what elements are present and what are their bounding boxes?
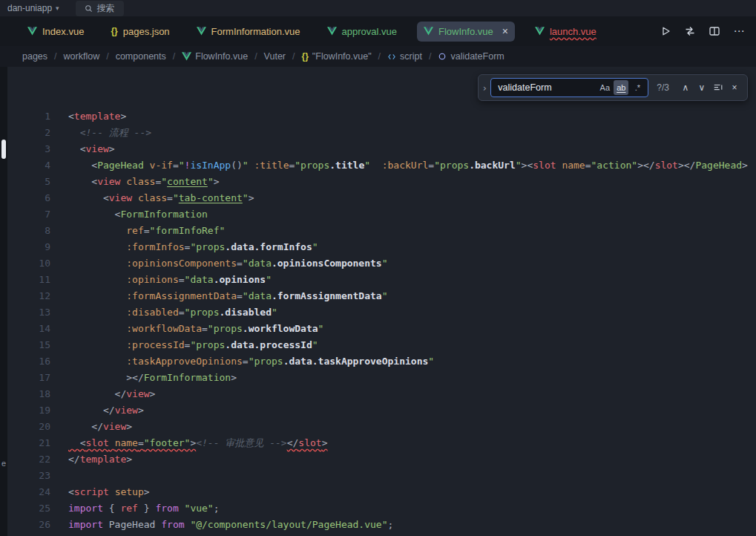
global-search[interactable]: 搜索 bbox=[76, 1, 124, 16]
editor[interactable]: e 1<template>2 <!-- 流程 -->3 <view>4 <Pag… bbox=[0, 67, 756, 536]
tab-label: launch.vue bbox=[550, 26, 596, 37]
tab-flowinfo-vue[interactable]: FlowInfo.vue× bbox=[417, 22, 515, 42]
tab-index-vue[interactable]: Index.vue bbox=[21, 22, 91, 42]
line-number: 6 bbox=[7, 190, 50, 206]
code-line[interactable]: 11 :opinions="data.opinions" bbox=[7, 272, 756, 288]
tab-label: approval.vue bbox=[342, 26, 397, 37]
split-editor-button[interactable] bbox=[708, 24, 721, 38]
find-input-box: Aa ab .* bbox=[490, 78, 648, 97]
code-line[interactable]: 8 ref="formInfoRef" bbox=[7, 223, 756, 239]
line-content: ></FormInformation> bbox=[50, 370, 237, 386]
code-line[interactable]: 26import PageHead from "@/components/lay… bbox=[7, 517, 756, 533]
code-line[interactable]: 10 :opinionsComponents="data.opinionsCom… bbox=[7, 255, 756, 272]
breadcrumb-item[interactable]: Vuter bbox=[264, 51, 286, 62]
previous-match-button[interactable]: ∧ bbox=[677, 79, 694, 96]
chevron-down-icon: ▾ bbox=[56, 4, 59, 12]
tab-label: FormInformation.vue bbox=[211, 26, 300, 37]
line-number: 17 bbox=[7, 370, 50, 386]
breadcrumb-item[interactable]: {}"FlowInfo.vue" bbox=[302, 51, 372, 62]
code-line[interactable]: 18 </view> bbox=[7, 386, 756, 402]
code-line[interactable]: 6 <view class="tab-content"> bbox=[7, 190, 756, 206]
sidebar-partial-text: e bbox=[1, 459, 6, 468]
search-icon bbox=[85, 4, 93, 13]
run-icon bbox=[660, 25, 671, 37]
line-number: 8 bbox=[7, 223, 50, 239]
code-line[interactable]: 24<script setup> bbox=[7, 484, 756, 500]
code-line[interactable]: 14 :workflowData="props.workflowData" bbox=[7, 321, 756, 337]
line-number: 9 bbox=[7, 239, 50, 255]
code-line[interactable]: 5 <view class="content"> bbox=[7, 174, 756, 190]
code-line[interactable]: 22</template> bbox=[7, 451, 756, 468]
code-line[interactable]: 7 <FormInformation bbox=[7, 206, 756, 223]
line-content: </view> bbox=[50, 419, 132, 435]
project-menu[interactable]: dan-uniapp ▾ bbox=[7, 3, 59, 13]
project-name: dan-uniapp bbox=[7, 3, 52, 13]
more-actions-button[interactable]: ⋯ bbox=[732, 24, 746, 38]
code-line[interactable]: 21 <slot name="footer"><!-- 审批意见 --></sl… bbox=[7, 435, 756, 451]
code-line[interactable]: 16 :taskApproveOpinions="props.data.task… bbox=[7, 353, 756, 370]
regex-button[interactable]: .* bbox=[630, 80, 645, 95]
vue-icon bbox=[182, 52, 191, 61]
code-area[interactable]: 1<template>2 <!-- 流程 -->3 <view>4 <PageH… bbox=[7, 67, 756, 536]
toggle-replace-button[interactable]: › bbox=[479, 75, 490, 100]
whole-word-button[interactable]: ab bbox=[614, 80, 628, 95]
line-number: 4 bbox=[7, 157, 50, 174]
code-line[interactable]: 19 </view> bbox=[7, 402, 756, 419]
code-line[interactable]: 25import { ref } from "vue"; bbox=[7, 500, 756, 517]
breadcrumb-separator: / bbox=[429, 51, 431, 62]
code-line[interactable]: 17 ></FormInformation> bbox=[7, 370, 756, 386]
code-line[interactable]: 12 :formAssignmentData="data.formAssignm… bbox=[7, 288, 756, 304]
line-number: 16 bbox=[7, 353, 50, 370]
ide-window: dan-uniapp ▾ 搜索 Index.vue{}pages.jsonFor… bbox=[0, 0, 756, 536]
code-line[interactable]: 13 :disabled="props.disabled" bbox=[7, 304, 756, 321]
line-content: <script setup> bbox=[50, 484, 150, 500]
next-match-button[interactable]: ∨ bbox=[694, 79, 710, 96]
line-content: :opinions="data.opinions" bbox=[50, 272, 272, 288]
code-line[interactable]: 2 <!-- 流程 --> bbox=[7, 125, 756, 141]
breadcrumb-label: validateForm bbox=[450, 51, 504, 62]
code-line[interactable]: 4 <PageHead v-if="!isInApp()" :title="pr… bbox=[7, 157, 756, 174]
compare-changes-icon bbox=[684, 25, 696, 37]
code-line[interactable]: 1<template> bbox=[7, 108, 756, 125]
breadcrumb-item[interactable]: pages bbox=[22, 51, 47, 62]
code-line[interactable]: 15 :processId="props.data.processId" bbox=[7, 337, 756, 353]
vue-icon bbox=[327, 27, 337, 36]
line-content: :workflowData="props.workflowData" bbox=[50, 321, 323, 337]
line-number: 14 bbox=[7, 321, 50, 337]
breadcrumb-item[interactable]: components bbox=[116, 51, 166, 62]
line-content: </view> bbox=[50, 402, 144, 419]
tab-pages-json[interactable]: {}pages.json bbox=[104, 22, 176, 42]
close-find-button[interactable]: × bbox=[726, 79, 743, 96]
line-content: <!-- 流程 --> bbox=[50, 125, 151, 141]
compare-changes-button[interactable] bbox=[683, 24, 697, 38]
sidebar-strip[interactable]: e bbox=[0, 67, 7, 536]
line-content: <view> bbox=[50, 141, 115, 157]
code-line[interactable]: 3 <view> bbox=[7, 141, 756, 157]
vue-icon bbox=[197, 27, 206, 36]
line-number: 1 bbox=[7, 108, 50, 125]
close-tab-button[interactable]: × bbox=[502, 26, 508, 36]
line-content bbox=[50, 468, 68, 484]
match-case-button[interactable]: Aa bbox=[597, 80, 612, 95]
split-editor-icon bbox=[709, 25, 720, 37]
breadcrumb-separator: / bbox=[378, 51, 381, 62]
breadcrumb-item[interactable]: script bbox=[387, 51, 422, 62]
line-number: 5 bbox=[7, 174, 50, 190]
find-in-selection-button[interactable] bbox=[710, 79, 726, 96]
breadcrumb-item[interactable]: workflow bbox=[64, 51, 100, 62]
breadcrumb-item[interactable]: validateForm bbox=[438, 51, 504, 62]
find-input[interactable] bbox=[498, 82, 596, 93]
breadcrumb-label: workflow bbox=[64, 51, 100, 62]
breadcrumb-item[interactable]: FlowInfo.vue bbox=[182, 51, 248, 62]
run-button[interactable] bbox=[659, 24, 672, 38]
code-line[interactable]: 9 :formInfos="props.data.formInfos" bbox=[7, 239, 756, 255]
tab-launch-vue[interactable]: launch.vue bbox=[528, 22, 603, 42]
code-icon bbox=[387, 53, 396, 61]
code-line[interactable]: 23 bbox=[7, 468, 756, 484]
tab-forminformation-vue[interactable]: FormInformation.vue bbox=[190, 22, 307, 42]
breadcrumb-separator: / bbox=[54, 51, 56, 62]
line-content: :opinionsComponents="data.opinionsCompon… bbox=[50, 255, 388, 272]
tab-approval-vue[interactable]: approval.vue bbox=[321, 22, 404, 42]
line-content: </template> bbox=[50, 451, 132, 468]
code-line[interactable]: 20 </view> bbox=[7, 419, 756, 435]
